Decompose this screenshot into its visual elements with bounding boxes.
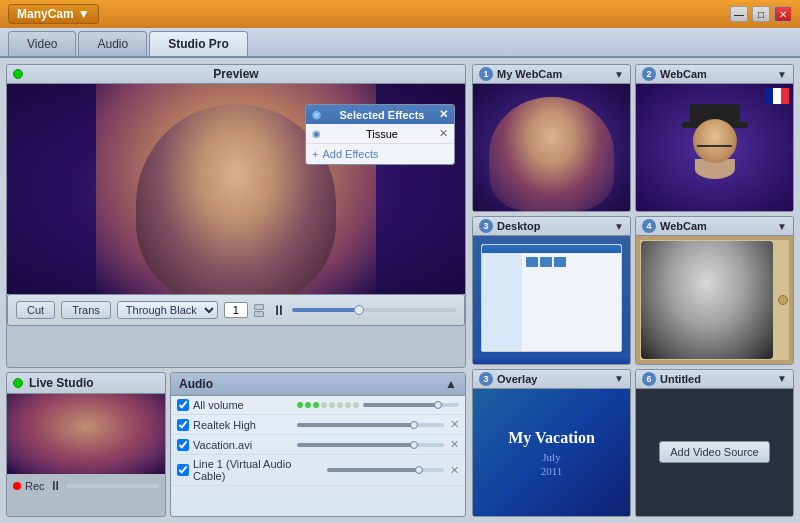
app-logo[interactable]: ManyCam ▼ [8, 4, 99, 24]
controls-bar: Cut Trans Through Black 1 ⏸ [7, 294, 465, 326]
audio-checkbox-line1[interactable] [177, 464, 189, 476]
audio-label-realtek: Realtek High [193, 419, 293, 431]
allvolume-slider-thumb[interactable] [434, 401, 442, 409]
audio-row-allvolume: All volume [171, 396, 465, 415]
add-video-source-button[interactable]: Add Video Source [659, 441, 769, 463]
tab-audio[interactable]: Audio [78, 31, 147, 56]
dot-7 [345, 402, 351, 408]
cut-button[interactable]: Cut [16, 301, 55, 319]
face [693, 119, 737, 163]
preview-title: Preview [7, 65, 465, 84]
source-num-5: 3 [479, 372, 493, 386]
tab-studio-pro[interactable]: Studio Pro [149, 31, 248, 56]
effect-tissue: ◉ Tissue ✕ [306, 124, 454, 144]
app-title: ManyCam [17, 7, 74, 21]
source-dropdown-3[interactable]: ▼ [614, 221, 624, 232]
source-num-6: 6 [642, 372, 656, 386]
line1-slider[interactable] [327, 468, 444, 472]
preview-image: ◉ Selected Effects ✕ ◉ Tissue ✕ + Add Ef… [7, 84, 465, 294]
source-num-1: 1 [479, 67, 493, 81]
source-title-4: WebCam [660, 220, 773, 232]
overlay-vacation-title: My Vacation [508, 428, 595, 449]
live-person [7, 394, 165, 474]
dot-3 [313, 402, 319, 408]
transition-number[interactable]: 1 [224, 302, 248, 318]
close-button[interactable]: ✕ [774, 6, 792, 22]
dot-4 [321, 402, 327, 408]
audio-label-allvolume: All volume [193, 399, 293, 411]
realtek-slider[interactable] [297, 423, 444, 427]
live-preview-area [7, 394, 165, 474]
minimize-button[interactable]: — [730, 6, 748, 22]
audio-remove-realtek[interactable]: ✕ [450, 418, 459, 431]
transition-select[interactable]: Through Black [117, 301, 218, 319]
source-header-1: 1 My WebCam ▼ [473, 65, 630, 84]
add-effects-button[interactable]: + Add Effects [306, 144, 454, 164]
source-num-4: 4 [642, 219, 656, 233]
effects-header: ◉ Selected Effects ✕ [306, 105, 454, 124]
source-content-1 [473, 84, 630, 211]
desktop-window-bar [482, 245, 621, 253]
allvolume-slider[interactable] [363, 403, 459, 407]
audio-title: Audio [179, 377, 213, 391]
desktop-window [481, 244, 622, 351]
live-pause-button[interactable]: ⏸ [49, 478, 62, 493]
source-dropdown-1[interactable]: ▼ [614, 69, 624, 80]
source-content-5: My Vacation July 2011 [473, 389, 630, 516]
number-up[interactable] [254, 304, 264, 310]
audio-label-vacation: Vacation.avi [193, 439, 293, 451]
live-studio-title: Live Studio [29, 376, 94, 390]
source-dropdown-5[interactable]: ▼ [614, 373, 624, 384]
audio-row-vacation: Vacation.avi ✕ [171, 435, 465, 455]
desktop-icon-1 [526, 257, 538, 267]
overlay-vacation-subtitle1: July [542, 451, 560, 463]
pause-button[interactable]: ⏸ [272, 302, 286, 318]
volume-slider[interactable] [292, 308, 456, 312]
preview-indicator [13, 69, 23, 79]
number-down[interactable] [254, 311, 264, 317]
title-bar: ManyCam ▼ — □ ✕ [0, 0, 800, 28]
audio-remove-line1[interactable]: ✕ [450, 464, 459, 477]
audio-checkbox-vacation[interactable] [177, 439, 189, 451]
volume-slider-thumb[interactable] [354, 305, 364, 315]
audio-checkbox-realtek[interactable] [177, 419, 189, 431]
webcam2-avatar [667, 104, 761, 206]
source-title-2: WebCam [660, 68, 773, 80]
realtek-slider-thumb[interactable] [410, 421, 418, 429]
source-cell-4: 4 WebCam ▼ [635, 216, 794, 364]
effect-tissue-remove[interactable]: ✕ [439, 127, 448, 140]
vacation-slider[interactable] [297, 443, 444, 447]
source-cell-5: 3 Overlay ▼ My Vacation July 2011 [472, 369, 631, 517]
line1-slider-thumb[interactable] [415, 466, 423, 474]
audio-expand-button[interactable]: ▲ [445, 377, 457, 391]
desktop-window-content [482, 253, 621, 350]
audio-panel: Audio ▲ All volume [170, 372, 466, 517]
audio-checkbox-allvolume[interactable] [177, 399, 189, 411]
rec-dot [13, 482, 21, 490]
audio-remove-vacation[interactable]: ✕ [450, 438, 459, 451]
live-slider[interactable] [66, 484, 159, 488]
source-header-4: 4 WebCam ▼ [636, 217, 793, 236]
maximize-button[interactable]: □ [752, 6, 770, 22]
dot-2 [305, 402, 311, 408]
bottom-section: Live Studio Rec ⏸ Audio ▲ [6, 372, 466, 517]
source-dropdown-2[interactable]: ▼ [777, 69, 787, 80]
window-controls: — □ ✕ [730, 6, 792, 22]
tab-video[interactable]: Video [8, 31, 76, 56]
glasses [697, 137, 732, 147]
effects-title: Selected Effects [340, 109, 425, 121]
trans-button[interactable]: Trans [61, 301, 111, 319]
source-dropdown-6[interactable]: ▼ [777, 373, 787, 384]
effects-close-button[interactable]: ✕ [439, 108, 448, 121]
tabs-bar: Video Audio Studio Pro [0, 28, 800, 58]
vacation-slider-thumb[interactable] [410, 441, 418, 449]
dot-8 [353, 402, 359, 408]
desktop-icons [522, 253, 621, 350]
overlay-background: My Vacation July 2011 [473, 389, 630, 516]
webcam4-knob [778, 295, 788, 305]
source-dropdown-4[interactable]: ▼ [777, 221, 787, 232]
app-title-arrow: ▼ [78, 7, 90, 21]
desktop-icon-2 [540, 257, 552, 267]
rec-button[interactable]: Rec [13, 480, 45, 492]
live-studio-header: Live Studio [7, 373, 165, 394]
